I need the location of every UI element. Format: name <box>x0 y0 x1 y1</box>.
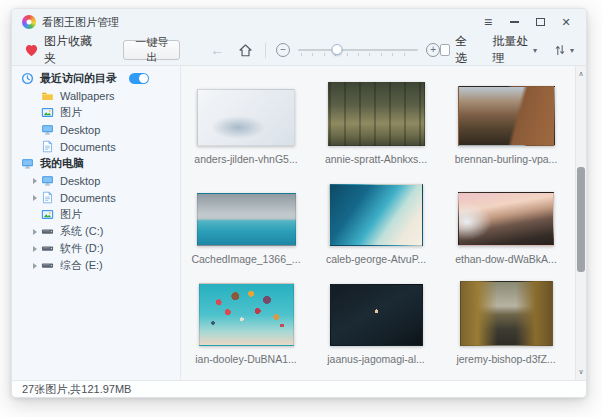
filename-caption: ethan-dow-dWaBkA... <box>455 252 557 266</box>
expand-arrow-icon[interactable] <box>33 229 37 235</box>
drive-icon <box>41 259 54 272</box>
toolbar-divider <box>265 43 266 58</box>
slider-thumb[interactable] <box>331 44 342 55</box>
document-icon <box>41 140 54 153</box>
filename-caption: caleb-george-AtvuP... <box>326 252 426 266</box>
scroll-up-icon[interactable]: ∧ <box>576 70 586 78</box>
sidebar-item[interactable]: Desktop <box>12 172 180 189</box>
toolbar-right-group: 全选 批量处理 ▾ ▾ <box>440 33 574 67</box>
thumbnail-cell[interactable]: annie-spratt-Abnkxs... <box>311 69 441 169</box>
clock-icon <box>21 72 34 85</box>
filename-caption: anders-jilden-vhnG5... <box>194 152 297 166</box>
thumbnail-cell[interactable]: jaanus-jagomagi-al... <box>311 269 441 369</box>
thumbnail-cell[interactable]: anders-jilden-vhnG5... <box>181 69 311 169</box>
back-icon[interactable]: ← <box>210 42 224 58</box>
sidebar-section-header[interactable]: 最近访问的目录 <box>12 70 180 87</box>
thumbnail[interactable] <box>328 82 425 146</box>
nav-group: ← − + <box>210 41 440 59</box>
batch-process-menu[interactable]: 批量处理 ▾ <box>493 33 537 67</box>
select-all-checkbox[interactable] <box>440 44 450 56</box>
expand-arrow-icon[interactable] <box>33 246 37 252</box>
thumbnail[interactable] <box>458 192 554 246</box>
drive-icon <box>41 242 54 255</box>
filename-caption: jeremy-bishop-d3fZ... <box>456 352 555 366</box>
sidebar-item[interactable]: Documents <box>12 189 180 206</box>
thumbnail-cell[interactable]: ian-dooley-DuBNA1... <box>181 269 311 369</box>
batch-process-label: 批量处理 <box>493 33 530 67</box>
expand-arrow-icon[interactable] <box>33 263 37 269</box>
close-icon[interactable]: ✕ <box>556 13 576 31</box>
scrollbar-thumb[interactable] <box>577 167 585 272</box>
thumbnail-cell[interactable]: jeremy-bishop-d3fZ... <box>441 269 571 369</box>
slider-ticks <box>301 53 415 56</box>
expand-arrow-icon[interactable] <box>33 178 37 184</box>
sidebar-item[interactable]: 综合 (E:) <box>12 257 180 274</box>
slider-track[interactable] <box>298 49 418 51</box>
thumbnail[interactable] <box>197 193 296 246</box>
thumbnail-cell[interactable]: caleb-george-AtvuP... <box>311 169 441 269</box>
sidebar-item[interactable]: Desktop <box>12 121 180 138</box>
thumbnail-grid: anders-jilden-vhnG5...annie-spratt-Abnkx… <box>181 69 571 380</box>
heart-icon[interactable] <box>24 43 39 58</box>
favorites-label[interactable]: 图片收藏夹 <box>44 33 97 67</box>
sidebar-item[interactable]: 软件 (D:) <box>12 240 180 257</box>
thumbnail-cell[interactable]: brennan-burling-vpa... <box>441 69 571 169</box>
thumbnail[interactable] <box>460 281 553 346</box>
document-icon <box>41 191 54 204</box>
thumbnail-cell-partial <box>441 369 571 380</box>
picture-icon <box>41 106 54 119</box>
sidebar-item[interactable]: Documents <box>12 138 180 155</box>
sidebar-item[interactable]: Wallpapers <box>12 87 180 104</box>
thumbnail-cell-partial <box>311 369 441 380</box>
drive-icon <box>41 225 54 238</box>
app-logo-icon <box>22 15 36 29</box>
maximize-icon[interactable] <box>530 13 550 31</box>
recent-dirs-toggle[interactable] <box>129 73 149 84</box>
thumbnail[interactable] <box>329 184 423 246</box>
sidebar-item[interactable]: 系统 (C:) <box>12 223 180 240</box>
zoom-in-icon[interactable]: + <box>426 43 440 57</box>
filename-caption: CachedImage_1366_... <box>191 252 300 266</box>
sort-menu[interactable]: ▾ <box>553 43 574 57</box>
thumbnail-cell[interactable]: CachedImage_1366_... <box>181 169 311 269</box>
folder-icon <box>41 89 54 102</box>
minimize-icon[interactable] <box>504 13 524 31</box>
monitor-icon <box>41 123 54 136</box>
thumbnail[interactable] <box>330 284 423 346</box>
export-button[interactable]: 一键导出 <box>123 40 180 60</box>
window-title: 看图王图片管理 <box>42 15 119 30</box>
resize-grip-icon[interactable] <box>573 385 583 395</box>
image-count-status: 27张图片,共121.97MB <box>22 382 131 397</box>
zoom-slider[interactable] <box>298 41 418 59</box>
sidebar-item[interactable]: 图片 <box>12 104 180 121</box>
home-icon[interactable] <box>238 43 253 58</box>
computer-icon <box>21 157 34 170</box>
filename-caption: annie-spratt-Abnkxs... <box>325 152 427 166</box>
zoom-out-icon[interactable]: − <box>276 43 290 57</box>
thumbnail-cell-partial <box>181 369 311 380</box>
filename-caption: jaanus-jagomagi-al... <box>327 352 424 366</box>
filename-caption: brennan-burling-vpa... <box>455 152 558 166</box>
sidebar-item[interactable]: 图片 <box>12 206 180 223</box>
title-bar: 看图王图片管理 ≡ ✕ <box>12 9 586 35</box>
folder-tree-sidebar: 最近访问的目录Wallpapers图片DesktopDocuments我的电脑D… <box>12 66 181 380</box>
chevron-down-icon: ▾ <box>570 46 574 55</box>
image-grid-area: anders-jilden-vhnG5...annie-spratt-Abnkx… <box>181 66 575 380</box>
select-all-label[interactable]: 全选 <box>455 33 474 67</box>
thumbnail[interactable] <box>199 283 294 346</box>
thumbnail[interactable] <box>458 86 555 146</box>
sidebar-section-header[interactable]: 我的电脑 <box>12 155 180 172</box>
toolbar: 图片收藏夹 一键导出 ← − + 全选 批量处理 ▾ <box>12 35 586 66</box>
status-bar: 27张图片,共121.97MB <box>12 380 586 397</box>
expand-arrow-icon[interactable] <box>33 195 37 201</box>
main-menu-icon[interactable]: ≡ <box>478 13 498 31</box>
toggle-knob <box>139 74 148 83</box>
thumbnail[interactable] <box>197 89 295 146</box>
monitor-icon <box>41 174 54 187</box>
thumbnail-cell[interactable]: ethan-dow-dWaBkA... <box>441 169 571 269</box>
sort-icon <box>553 43 567 57</box>
window-controls: ≡ ✕ <box>472 13 576 31</box>
chevron-down-icon: ▾ <box>533 46 537 55</box>
vertical-scrollbar[interactable]: ∧ ∨ <box>575 66 586 380</box>
scroll-down-icon[interactable]: ∨ <box>576 368 586 376</box>
